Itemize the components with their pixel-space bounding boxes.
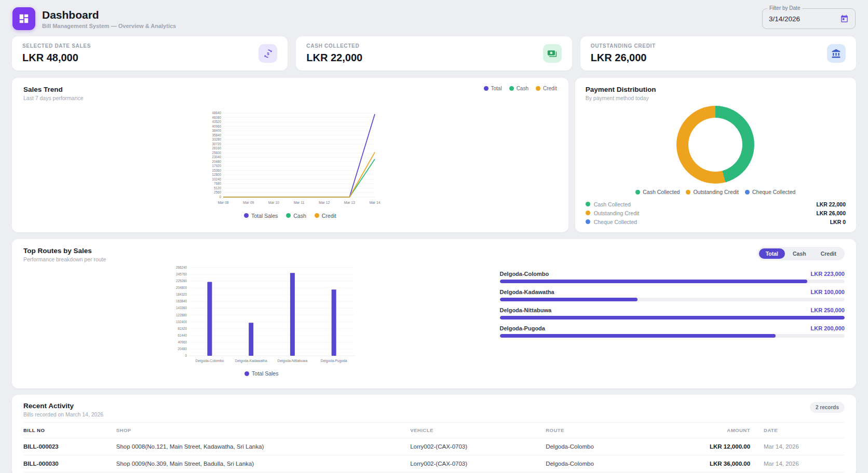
legend-item-outstanding-credit[interactable]: Outstanding Credit — [686, 189, 739, 195]
svg-text:143360: 143360 — [176, 306, 187, 310]
route-progress-track — [500, 334, 845, 338]
legend-item-cash-collected[interactable]: Cash Collected — [635, 189, 680, 195]
route-row-delgoda-kadawatha: Delgoda-KadawathaLKR 100,000 — [500, 289, 845, 301]
svg-text:43520: 43520 — [212, 120, 221, 123]
stat-value: LKR 48,000 — [22, 52, 91, 64]
payments-icon — [543, 44, 562, 63]
date-filter-label: Filter by Date — [767, 5, 802, 11]
svg-text:33280: 33280 — [212, 137, 221, 141]
payment-distribution-card: Payment Distribution By payment method t… — [575, 78, 856, 232]
svg-text:28160: 28160 — [212, 146, 221, 150]
routes-toggle-cash[interactable]: Cash — [786, 248, 813, 259]
routes-toggle-total[interactable]: Total — [759, 248, 785, 259]
svg-text:Mar 09: Mar 09 — [243, 201, 254, 204]
payment-row-value: LKR 26,000 — [816, 210, 846, 216]
column-header-vehicle: VEHICLE — [410, 423, 546, 438]
legend-item-cash[interactable]: Cash — [509, 86, 528, 91]
svg-text:15360: 15360 — [212, 168, 221, 172]
currency-exchange-icon: $ — [259, 44, 277, 63]
legend-item-credit[interactable]: Credit — [315, 213, 336, 219]
svg-text:204800: 204800 — [176, 286, 187, 289]
route-amount: LKR 250,000 — [811, 307, 845, 313]
legend-dot — [509, 86, 514, 91]
payment-row-cheque-collected: Cheque CollectedLKR 0 — [586, 217, 846, 226]
routes-toggle-credit[interactable]: Credit — [814, 248, 843, 259]
sales-trend-card: Sales Trend Last 7 days performance Tota… — [12, 78, 568, 232]
top-routes-legend: Total Sales — [240, 370, 282, 377]
svg-text:122880: 122880 — [176, 313, 187, 317]
legend-label: Total Sales — [251, 213, 278, 219]
legend-label: Outstanding Credit — [693, 189, 739, 195]
payment-distribution-subtitle: By payment method today — [586, 95, 846, 101]
svg-text:30720: 30720 — [212, 142, 221, 145]
legend-item-total-sales[interactable]: Total Sales — [245, 370, 278, 377]
payment-row-value: LKR 0 — [830, 219, 846, 225]
svg-text:Delgoda-Colombo: Delgoda-Colombo — [196, 359, 224, 363]
cell-vehicle: Lorry002-(CAX-0703) — [410, 455, 546, 472]
cell-shop: Shop 0008(No.121, Main Street, Kadawatha… — [116, 438, 410, 455]
svg-text:61440: 61440 — [178, 333, 187, 337]
cell-amount: LKR 12,000.00 — [668, 438, 750, 455]
payment-breakdown-list: Cash CollectedLKR 22,000Outstanding Cred… — [586, 200, 846, 226]
route-progress-track — [500, 316, 845, 319]
column-header-route: ROUTE — [546, 423, 668, 438]
stat-label: OUTSTANDING CREDIT — [591, 43, 656, 49]
date-filter-field[interactable]: Filter by Date — [762, 8, 856, 29]
svg-text:20480: 20480 — [212, 159, 221, 163]
svg-text:Delgoda-Pugoda: Delgoda-Pugoda — [321, 359, 347, 363]
legend-label: Total Sales — [252, 370, 278, 377]
svg-text:Mar 11: Mar 11 — [294, 201, 305, 204]
route-name: Delgoda-Colombo — [500, 271, 549, 277]
route-row-delgoda-nittabuwa: Delgoda-NittabuwaLKR 250,000 — [500, 307, 845, 319]
cell-route: Delgoda-Colombo — [546, 438, 668, 455]
legend-label: Cash Collected — [643, 189, 680, 195]
route-amount: LKR 100,000 — [811, 289, 845, 295]
stat-label: CASH COLLECTED — [306, 43, 362, 49]
svg-text:40960: 40960 — [178, 340, 187, 344]
route-name: Delgoda-Pugoda — [500, 325, 545, 331]
legend-dot — [536, 86, 540, 91]
svg-text:20480: 20480 — [178, 347, 187, 351]
calendar-button[interactable] — [839, 13, 850, 24]
payment-row-label: Outstanding Credit — [586, 210, 640, 216]
cell-amount: LKR 36,000.00 — [668, 455, 750, 472]
bills-table-header-row: BILL NOSHOPVEHICLEROUTEAMOUNTDATE — [23, 423, 845, 438]
legend-item-credit[interactable]: Credit — [536, 86, 557, 91]
page-subtitle: Bill Management System — Overview & Anal… — [42, 23, 176, 29]
svg-text:12800: 12800 — [212, 173, 221, 176]
bar-delgoda-colombo — [208, 282, 212, 356]
date-filter-input[interactable] — [768, 15, 839, 23]
stat-value: LKR 26,000 — [591, 52, 656, 64]
route-progress-fill — [500, 298, 638, 301]
legend-item-total-sales[interactable]: Total Sales — [244, 213, 278, 219]
stats-row: SELECTED DATE SALES LKR 48,000 $ CASH CO… — [12, 36, 856, 71]
payment-row-value: LKR 22,000 — [816, 201, 846, 207]
svg-text:2560: 2560 — [214, 190, 222, 194]
legend-label: Total — [491, 86, 502, 91]
svg-text:81920: 81920 — [178, 327, 187, 330]
legend-item-cash[interactable]: Cash — [286, 213, 306, 219]
payment-donut-chart — [676, 106, 754, 184]
table-row-bill-000023[interactable]: BILL-000023Shop 0008(No.121, Main Street… — [23, 438, 845, 455]
svg-text:102400: 102400 — [176, 320, 187, 324]
legend-dot — [635, 190, 640, 194]
column-header-bill-no: BILL NO — [23, 423, 116, 438]
svg-text:184320: 184320 — [176, 293, 187, 296]
sales-trend-line-chart: 0256051207680102401280015360179202048023… — [199, 109, 381, 211]
bar-delgoda-kadawatha — [249, 323, 253, 356]
legend-item-cheque-collected[interactable]: Cheque Collected — [745, 189, 795, 195]
payment-row-label: Cash Collected — [586, 201, 631, 207]
legend-dot — [244, 213, 249, 218]
svg-text:40960: 40960 — [212, 124, 221, 128]
legend-label: Cash — [293, 213, 306, 219]
stat-label: SELECTED DATE SALES — [22, 43, 91, 49]
table-row-bill-000030[interactable]: BILL-000030Shop 0009(No.309, Main Street… — [23, 455, 845, 472]
svg-text:Delgoda-Kadawatha: Delgoda-Kadawatha — [235, 359, 267, 363]
svg-text:Mar 14: Mar 14 — [369, 201, 380, 204]
route-amount: LKR 200,000 — [811, 325, 845, 331]
legend-item-total[interactable]: Total — [484, 86, 502, 91]
svg-text:$: $ — [267, 51, 269, 56]
svg-text:245760: 245760 — [176, 272, 187, 276]
payment-distribution-title: Payment Distribution — [586, 86, 846, 93]
records-count-badge: 2 records — [810, 402, 845, 413]
